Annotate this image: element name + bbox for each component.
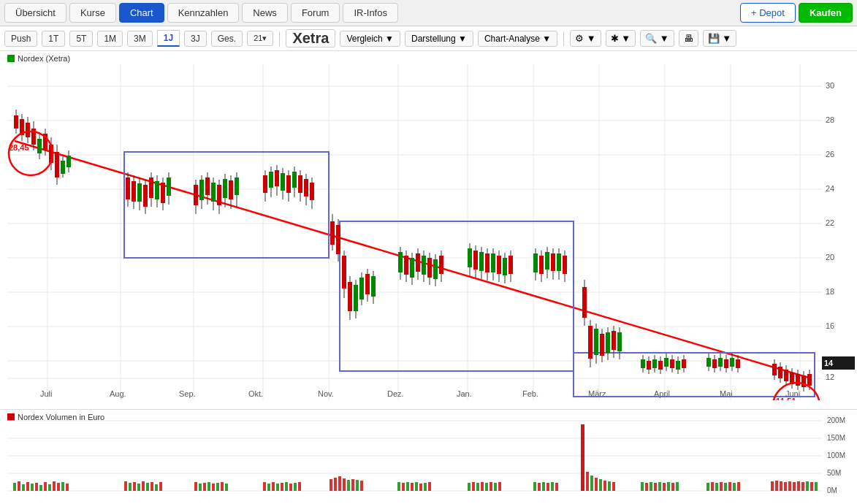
svg-rect-91 [211, 183, 216, 202]
svg-rect-87 [199, 180, 204, 200]
svg-rect-123 [342, 256, 346, 289]
svg-rect-331 [654, 483, 657, 491]
kaufen-button[interactable]: Kaufen [799, 3, 853, 23]
svg-rect-217 [730, 358, 734, 367]
svg-text:50M: 50M [827, 469, 841, 477]
period-1t[interactable]: 1T [42, 31, 65, 47]
svg-rect-338 [711, 482, 714, 491]
svg-rect-348 [784, 482, 787, 491]
svg-point-234 [9, 131, 53, 175]
svg-rect-334 [667, 482, 670, 491]
period-5t[interactable]: 5T [69, 31, 93, 47]
svg-rect-133 [371, 276, 376, 297]
svg-rect-265 [129, 483, 132, 491]
candles-feb [533, 247, 567, 282]
svg-rect-197 [652, 359, 657, 368]
separator-2 [563, 31, 564, 46]
svg-rect-223 [778, 367, 782, 378]
svg-text:150M: 150M [827, 434, 845, 442]
svg-rect-213 [718, 358, 723, 367]
svg-text:28: 28 [826, 115, 834, 124]
svg-rect-316 [542, 482, 545, 491]
svg-rect-63 [55, 152, 59, 177]
nav-kennzahlen[interactable]: Kennzahlen [167, 3, 240, 23]
calendar-btn[interactable]: 21▾ [247, 31, 273, 46]
svg-rect-301 [411, 483, 414, 491]
svg-rect-225 [784, 370, 788, 381]
svg-text:0M: 0M [827, 486, 837, 495]
svg-rect-99 [235, 177, 239, 195]
svg-rect-143 [422, 256, 426, 275]
svg-rect-312 [494, 483, 497, 491]
nav-kurse[interactable]: Kurse [69, 3, 116, 23]
candles-sep [194, 172, 239, 214]
svg-rect-251 [13, 483, 16, 491]
analyse-btn[interactable]: Chart-Analyse ▼ [478, 31, 557, 47]
svg-rect-263 [66, 484, 69, 491]
svg-rect-183 [594, 329, 598, 355]
vergleich-btn[interactable]: Vergleich ▼ [340, 31, 400, 47]
svg-rect-266 [133, 482, 136, 491]
nav-ir-infos[interactable]: IR-Infos [343, 3, 398, 23]
svg-rect-311 [490, 482, 492, 491]
svg-rect-233 [807, 374, 812, 386]
svg-rect-322 [590, 476, 593, 491]
main-chart-svg: 30 28 26 24 22 20 18 16 14 12 Juli Aug. … [0, 64, 857, 400]
period-3m[interactable]: 3M [127, 31, 153, 47]
svg-rect-349 [788, 481, 791, 491]
svg-text:11,51: 11,51 [776, 397, 796, 400]
nav-ubersicht[interactable]: Übersicht [4, 3, 66, 23]
nav-chart[interactable]: Chart [119, 3, 164, 23]
svg-text:28,45: 28,45 [9, 143, 29, 152]
svg-rect-89 [205, 177, 210, 195]
nav-news[interactable]: News [242, 3, 288, 23]
period-1j[interactable]: 1J [157, 30, 180, 47]
svg-rect-157 [485, 253, 490, 272]
svg-rect-95 [223, 179, 227, 198]
svg-rect-296 [356, 480, 359, 491]
svg-rect-75 [143, 185, 148, 207]
zoom-btn[interactable]: 🔍 ▼ [640, 30, 674, 47]
svg-rect-199 [658, 361, 663, 370]
svg-rect-69 [126, 177, 130, 199]
svg-text:Dez.: Dez. [387, 389, 404, 398]
nav-forum[interactable]: Forum [291, 3, 340, 23]
svg-rect-324 [599, 479, 602, 491]
period-3j[interactable]: 3J [184, 31, 207, 47]
period-ges[interactable]: Ges. [211, 31, 243, 47]
svg-rect-321 [586, 472, 589, 491]
svg-rect-141 [416, 253, 420, 272]
svg-rect-159 [491, 253, 495, 272]
svg-text:18: 18 [826, 287, 834, 296]
candles-nov [330, 214, 376, 320]
svg-rect-107 [281, 173, 285, 191]
svg-text:30: 30 [826, 81, 834, 90]
svg-rect-299 [402, 483, 405, 491]
svg-rect-207 [682, 359, 686, 368]
svg-rect-119 [330, 221, 335, 245]
svg-rect-288 [294, 483, 297, 491]
svg-rect-332 [658, 482, 661, 491]
darstellung-btn[interactable]: Darstellung ▼ [405, 31, 473, 47]
period-push[interactable]: Push [4, 31, 37, 47]
separator-1 [279, 31, 280, 46]
period-1m[interactable]: 1M [97, 31, 123, 47]
svg-rect-347 [780, 481, 782, 491]
settings-btn[interactable]: ⚙ ▼ [570, 30, 601, 47]
download-btn[interactable]: 💾 ▼ [703, 30, 736, 47]
svg-rect-269 [146, 483, 149, 491]
tools-btn[interactable]: ✱ ▼ [606, 30, 636, 47]
depot-button[interactable]: + Depot [740, 3, 796, 23]
svg-rect-355 [815, 482, 818, 491]
svg-rect-317 [546, 483, 549, 491]
print-btn[interactable]: 🖶 [679, 30, 698, 47]
svg-text:200M: 200M [827, 416, 845, 424]
svg-rect-305 [428, 482, 431, 491]
candles-jun [772, 359, 812, 392]
svg-rect-292 [338, 476, 341, 491]
svg-rect-83 [167, 177, 171, 196]
svg-text:100M: 100M [827, 451, 845, 459]
svg-rect-319 [555, 483, 558, 491]
svg-rect-252 [18, 481, 20, 491]
svg-text:20: 20 [826, 253, 834, 261]
